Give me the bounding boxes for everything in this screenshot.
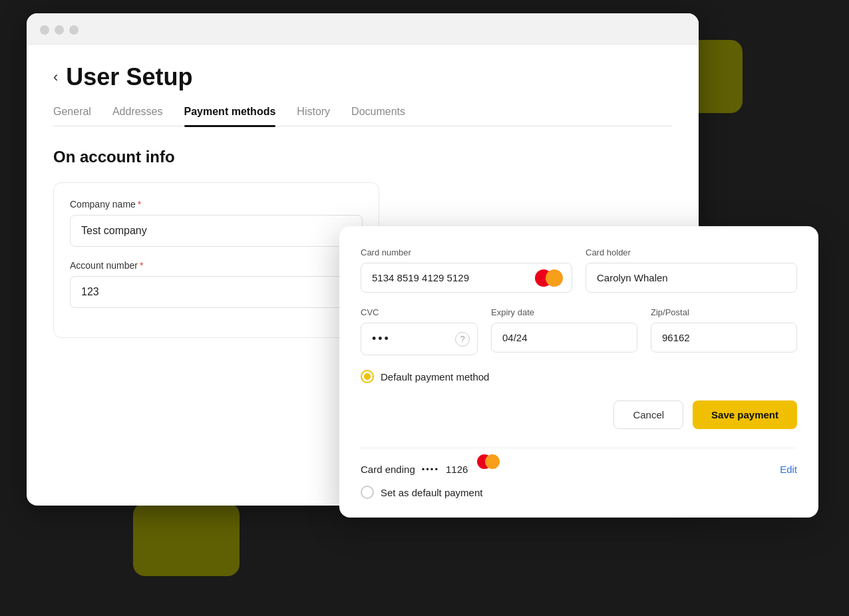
expiry-field: Expiry date bbox=[491, 307, 637, 355]
cvc-label: CVC bbox=[361, 307, 478, 317]
back-button[interactable]: ‹ bbox=[53, 69, 58, 86]
cancel-button[interactable]: Cancel bbox=[613, 400, 683, 429]
card-ending-left: Card ending •••• 1126 bbox=[361, 462, 500, 476]
company-name-label: Company name* bbox=[70, 199, 363, 210]
payment-modal: Card number Card holder CVC ? Expiry dat… bbox=[339, 226, 818, 518]
card-ending-number: 1126 bbox=[446, 464, 468, 475]
card-holder-input[interactable] bbox=[586, 263, 797, 293]
expiry-label: Expiry date bbox=[491, 307, 637, 317]
tab-general[interactable]: General bbox=[53, 106, 91, 126]
card-holder-field: Card holder bbox=[586, 247, 797, 293]
set-default-row: Set as default payment bbox=[361, 486, 797, 499]
card-holder-label: Card holder bbox=[586, 247, 797, 257]
traffic-light-yellow bbox=[55, 25, 64, 35]
default-payment-radio[interactable] bbox=[361, 370, 374, 383]
required-star-2: * bbox=[140, 260, 143, 271]
form-card: Company name* Account number* bbox=[53, 182, 379, 338]
card-ending-dots: •••• bbox=[422, 464, 439, 474]
account-number-input[interactable] bbox=[70, 276, 363, 308]
tabs-container: General Addresses Payment methods Histor… bbox=[53, 106, 672, 126]
default-payment-row: Default payment method bbox=[361, 370, 797, 383]
set-default-radio[interactable] bbox=[361, 486, 374, 499]
bg-decoration-bottom bbox=[133, 503, 240, 576]
mastercard-icon bbox=[535, 269, 563, 287]
page-title: User Setup bbox=[66, 63, 192, 91]
modal-actions: Cancel Save payment bbox=[361, 400, 797, 429]
mc-orange-circle bbox=[546, 269, 563, 287]
zip-field: Zip/Postal bbox=[651, 307, 797, 355]
section-title: On account info bbox=[53, 148, 672, 166]
account-number-label: Account number* bbox=[70, 260, 363, 271]
traffic-light-red bbox=[40, 25, 49, 35]
required-star: * bbox=[138, 199, 141, 210]
edit-link[interactable]: Edit bbox=[780, 464, 797, 475]
set-default-label: Set as default payment bbox=[381, 487, 482, 498]
traffic-light-green bbox=[69, 25, 79, 35]
zip-input[interactable] bbox=[651, 323, 797, 353]
card-ending-prefix: Card ending bbox=[361, 464, 415, 475]
card-number-field: Card number bbox=[361, 247, 572, 293]
traffic-lights bbox=[27, 13, 699, 45]
tab-addresses[interactable]: Addresses bbox=[112, 106, 163, 126]
modal-row-2: CVC ? Expiry date Zip/Postal bbox=[361, 307, 797, 355]
expiry-input[interactable] bbox=[491, 323, 637, 353]
tab-history[interactable]: History bbox=[297, 106, 330, 126]
default-payment-label: Default payment method bbox=[381, 371, 489, 383]
modal-row-1: Card number Card holder bbox=[361, 247, 797, 293]
company-name-input[interactable] bbox=[70, 215, 363, 247]
zip-label: Zip/Postal bbox=[651, 307, 797, 317]
cvc-wrapper: ? bbox=[361, 323, 478, 355]
page-header: ‹ User Setup bbox=[53, 63, 672, 91]
cvc-field: CVC ? bbox=[361, 307, 478, 355]
account-number-group: Account number* bbox=[70, 260, 363, 308]
tab-documents[interactable]: Documents bbox=[351, 106, 405, 126]
radio-inner bbox=[364, 373, 371, 380]
save-payment-button[interactable]: Save payment bbox=[693, 400, 797, 429]
card-number-wrapper bbox=[361, 263, 572, 293]
company-name-group: Company name* bbox=[70, 199, 363, 247]
cvc-help-icon[interactable]: ? bbox=[455, 332, 470, 347]
tab-payment-methods[interactable]: Payment methods bbox=[184, 106, 276, 126]
card-ending-row: Card ending •••• 1126 Edit bbox=[361, 448, 797, 476]
card-number-label: Card number bbox=[361, 247, 572, 257]
mc-orange-sm bbox=[485, 454, 500, 469]
card-ending-mastercard-icon bbox=[477, 454, 500, 469]
